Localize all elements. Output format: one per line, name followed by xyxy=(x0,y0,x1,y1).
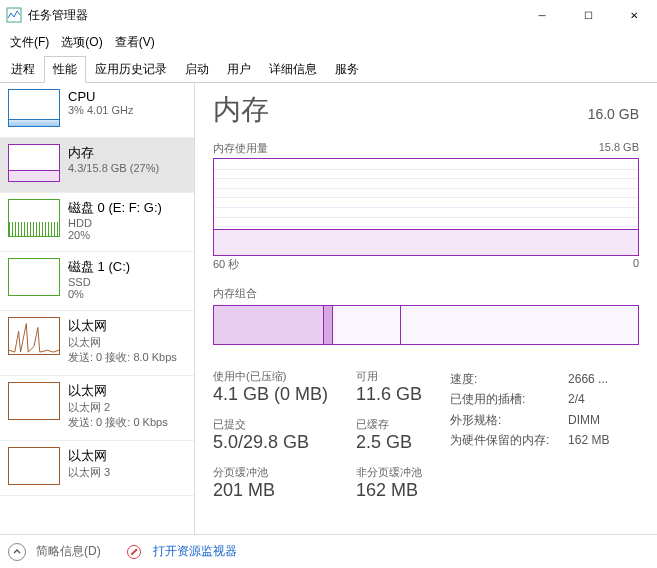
thumb-eth3 xyxy=(8,447,60,485)
sidebar-item-disk1[interactable]: 磁盘 1 (C:) SSD 0% xyxy=(0,252,194,311)
tab-processes[interactable]: 进程 xyxy=(2,56,44,83)
tab-performance[interactable]: 性能 xyxy=(44,56,86,83)
axis-right: 0 xyxy=(633,257,639,272)
sidebar-item-eth1[interactable]: 以太网 以太网 发送: 0 接收: 8.0 Kbps xyxy=(0,311,194,376)
sidebar-disk0-sub: HDD xyxy=(68,217,186,229)
close-button[interactable]: ✕ xyxy=(611,0,657,30)
window-title: 任务管理器 xyxy=(28,7,519,24)
composition-label: 内存组合 xyxy=(213,286,639,301)
app-icon xyxy=(6,7,22,23)
sidebar-eth2-sub2: 发送: 0 接收: 0 Kbps xyxy=(68,415,186,430)
stat-committed-label: 已提交 xyxy=(213,417,328,432)
sidebar-eth3-sub: 以太网 3 xyxy=(68,465,186,480)
tab-app-history[interactable]: 应用历史记录 xyxy=(86,56,176,83)
stat-paged-val: 201 MB xyxy=(213,480,328,501)
stat-avail-label: 可用 xyxy=(356,369,422,384)
sidebar-cpu-name: CPU xyxy=(68,89,186,104)
sidebar-eth2-name: 以太网 xyxy=(68,382,186,400)
tab-services[interactable]: 服务 xyxy=(326,56,368,83)
sidebar-cpu-sub: 3% 4.01 GHz xyxy=(68,104,186,116)
tab-users[interactable]: 用户 xyxy=(218,56,260,83)
thumb-eth1 xyxy=(8,317,60,355)
tab-strip: 进程 性能 应用历史记录 启动 用户 详细信息 服务 xyxy=(0,55,657,83)
thumb-disk1 xyxy=(8,258,60,296)
stat-cached-val: 2.5 GB xyxy=(356,432,422,453)
sidebar-disk1-sub2: 0% xyxy=(68,288,186,300)
thumb-eth2 xyxy=(8,382,60,420)
detail-reserved-v: 162 MB xyxy=(568,430,609,450)
tab-startup[interactable]: 启动 xyxy=(176,56,218,83)
menu-view[interactable]: 查看(V) xyxy=(109,32,161,53)
sidebar-eth2-sub: 以太网 2 xyxy=(68,400,186,415)
main-panel: 内存 16.0 GB 内存使用量 15.8 GB 60 秒 0 内存组合 xyxy=(195,83,657,534)
memory-details-table: 速度:2666 ... 已使用的插槽:2/4 外形规格:DIMM 为硬件保留的内… xyxy=(450,369,609,501)
fewer-details-icon[interactable] xyxy=(8,543,26,561)
stat-avail-val: 11.6 GB xyxy=(356,384,422,405)
usage-graph-label: 内存使用量 xyxy=(213,141,268,156)
maximize-button[interactable]: ☐ xyxy=(565,0,611,30)
detail-slots-k: 已使用的插槽: xyxy=(450,389,560,409)
stat-committed-val: 5.0/29.8 GB xyxy=(213,432,328,453)
sidebar-mem-name: 内存 xyxy=(68,144,186,162)
sidebar-disk0-sub2: 20% xyxy=(68,229,186,241)
tab-details[interactable]: 详细信息 xyxy=(260,56,326,83)
status-bar: 简略信息(D) 打开资源监视器 xyxy=(0,534,657,568)
sidebar-item-memory[interactable]: 内存 4.3/15.8 GB (27%) xyxy=(0,138,194,193)
sidebar-item-eth3[interactable]: 以太网 以太网 3 xyxy=(0,441,194,496)
sidebar-item-cpu[interactable]: CPU 3% 4.01 GHz xyxy=(0,83,194,138)
detail-form-k: 外形规格: xyxy=(450,410,560,430)
sidebar-item-eth2[interactable]: 以太网 以太网 2 发送: 0 接收: 0 Kbps xyxy=(0,376,194,441)
sidebar-eth1-sub: 以太网 xyxy=(68,335,186,350)
detail-slots-v: 2/4 xyxy=(568,389,585,409)
stat-cached-label: 已缓存 xyxy=(356,417,422,432)
svg-rect-0 xyxy=(7,8,21,22)
sidebar-eth3-name: 以太网 xyxy=(68,447,186,465)
memory-total: 16.0 GB xyxy=(588,106,639,122)
minimize-button[interactable]: ─ xyxy=(519,0,565,30)
memory-usage-graph xyxy=(213,158,639,256)
perf-sidebar: CPU 3% 4.01 GHz 内存 4.3/15.8 GB (27%) 磁盘 … xyxy=(0,83,195,534)
sidebar-eth1-sub2: 发送: 0 接收: 8.0 Kbps xyxy=(68,350,186,365)
memory-composition-graph xyxy=(213,305,639,345)
thumb-disk0 xyxy=(8,199,60,237)
thumb-cpu xyxy=(8,89,60,127)
sidebar-mem-sub: 4.3/15.8 GB (27%) xyxy=(68,162,186,174)
thumb-memory xyxy=(8,144,60,182)
sidebar-item-disk0[interactable]: 磁盘 0 (E: F: G:) HDD 20% xyxy=(0,193,194,252)
detail-speed-k: 速度: xyxy=(450,369,560,389)
stat-in-use-label: 使用中(已压缩) xyxy=(213,369,328,384)
detail-form-v: DIMM xyxy=(568,410,600,430)
axis-left: 60 秒 xyxy=(213,257,239,272)
title-bar: 任务管理器 ─ ☐ ✕ xyxy=(0,0,657,30)
page-title: 内存 xyxy=(213,91,269,129)
sidebar-disk1-name: 磁盘 1 (C:) xyxy=(68,258,186,276)
fewer-details-button[interactable]: 简略信息(D) xyxy=(36,543,101,560)
usage-graph-max: 15.8 GB xyxy=(599,141,639,156)
stat-paged-label: 分页缓冲池 xyxy=(213,465,328,480)
resource-monitor-icon xyxy=(127,545,141,559)
menu-file[interactable]: 文件(F) xyxy=(4,32,55,53)
detail-speed-v: 2666 ... xyxy=(568,369,608,389)
open-resource-monitor-link[interactable]: 打开资源监视器 xyxy=(153,543,237,560)
stat-in-use-val: 4.1 GB (0 MB) xyxy=(213,384,328,405)
detail-reserved-k: 为硬件保留的内存: xyxy=(450,430,560,450)
menu-bar: 文件(F) 选项(O) 查看(V) xyxy=(0,30,657,55)
sidebar-disk1-sub: SSD xyxy=(68,276,186,288)
sidebar-disk0-name: 磁盘 0 (E: F: G:) xyxy=(68,199,186,217)
stat-nonpaged-label: 非分页缓冲池 xyxy=(356,465,422,480)
stat-nonpaged-val: 162 MB xyxy=(356,480,422,501)
menu-options[interactable]: 选项(O) xyxy=(55,32,108,53)
sidebar-eth1-name: 以太网 xyxy=(68,317,186,335)
